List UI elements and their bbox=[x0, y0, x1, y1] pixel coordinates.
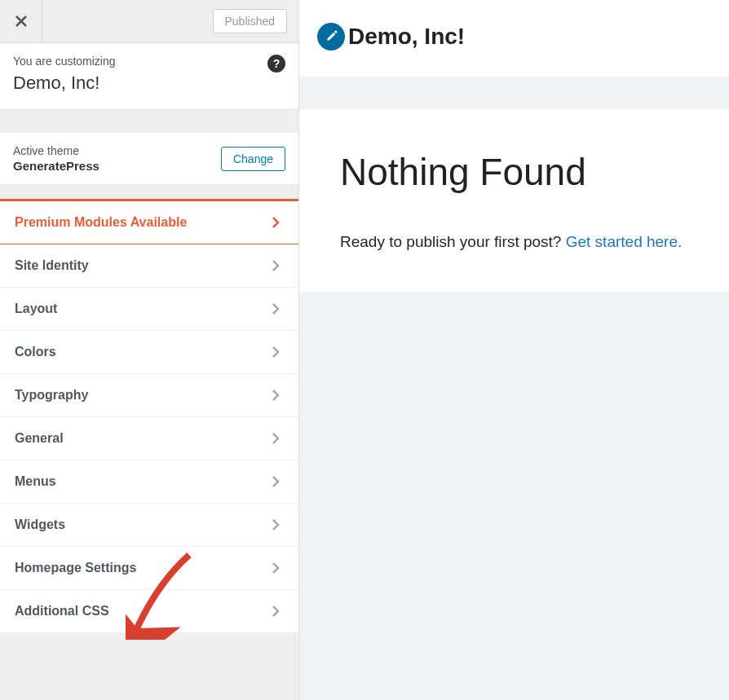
panel-menus[interactable]: Menus bbox=[0, 460, 298, 504]
panel-homepage-settings[interactable]: Homepage Settings bbox=[0, 547, 298, 590]
panel-layout[interactable]: Layout bbox=[0, 288, 298, 331]
customize-label: You are customizing bbox=[13, 55, 285, 68]
customize-title: Demo, Inc! bbox=[13, 73, 285, 94]
edit-shortcut-button[interactable] bbox=[317, 23, 345, 51]
publish-button[interactable]: Published bbox=[213, 9, 288, 33]
close-button[interactable] bbox=[0, 0, 42, 43]
chevron-right-icon bbox=[267, 214, 284, 231]
panel-label: Homepage Settings bbox=[15, 561, 136, 575]
chevron-right-icon bbox=[267, 301, 284, 317]
customizer-sidebar: Published You are customizing Demo, Inc!… bbox=[0, 0, 299, 700]
chevron-right-icon bbox=[267, 603, 284, 619]
panel-label: Site Identity bbox=[15, 258, 89, 273]
panel-site-identity[interactable]: Site Identity bbox=[0, 244, 298, 288]
panel-label: Menus bbox=[15, 474, 56, 489]
panel-label: Premium Modules Available bbox=[15, 215, 187, 230]
chevron-right-icon bbox=[267, 387, 284, 403]
site-header: Demo, Inc! bbox=[299, 0, 729, 77]
customizer-topbar: Published bbox=[0, 0, 298, 43]
content-area: Nothing Found Ready to publish your firs… bbox=[299, 109, 729, 292]
help-icon[interactable]: ? bbox=[267, 55, 285, 73]
chevron-right-icon bbox=[267, 473, 284, 490]
panel-label: Widgets bbox=[15, 517, 65, 532]
chevron-right-icon bbox=[267, 344, 284, 360]
customize-info: You are customizing Demo, Inc! ? bbox=[0, 43, 298, 108]
close-icon bbox=[15, 15, 28, 28]
panel-premium-modules[interactable]: Premium Modules Available bbox=[0, 201, 298, 244]
panel-label: Typography bbox=[15, 388, 88, 403]
empty-prompt: Ready to publish your first post? Get st… bbox=[340, 233, 688, 251]
panel-widgets[interactable]: Widgets bbox=[0, 504, 298, 547]
pencil-icon bbox=[325, 30, 338, 43]
panel-general[interactable]: General bbox=[0, 417, 298, 460]
change-theme-button[interactable]: Change bbox=[221, 147, 285, 171]
site-title[interactable]: Demo, Inc! bbox=[348, 24, 465, 50]
customizer-panels: Premium Modules Available Site Identity … bbox=[0, 199, 298, 633]
panel-label: General bbox=[15, 431, 64, 446]
panel-label: Layout bbox=[15, 302, 57, 316]
page-heading: Nothing Found bbox=[340, 150, 688, 194]
chevron-right-icon bbox=[267, 258, 284, 274]
panel-colors[interactable]: Colors bbox=[0, 331, 298, 374]
chevron-right-icon bbox=[267, 517, 284, 533]
panel-label: Colors bbox=[15, 345, 56, 359]
active-theme-label: Active theme bbox=[13, 144, 99, 157]
chevron-right-icon bbox=[267, 430, 284, 447]
site-preview: Demo, Inc! Nothing Found Ready to publis… bbox=[299, 0, 729, 700]
panel-label: Additional CSS bbox=[15, 604, 109, 619]
panel-additional-css[interactable]: Additional CSS bbox=[0, 590, 298, 633]
panel-typography[interactable]: Typography bbox=[0, 374, 298, 417]
get-started-link[interactable]: Get started here. bbox=[566, 233, 683, 250]
active-theme-name: GeneratePress bbox=[13, 159, 99, 173]
chevron-right-icon bbox=[267, 560, 284, 576]
prompt-text: Ready to publish your first post? bbox=[340, 233, 566, 250]
active-theme-panel: Active theme GeneratePress Change bbox=[0, 133, 298, 184]
